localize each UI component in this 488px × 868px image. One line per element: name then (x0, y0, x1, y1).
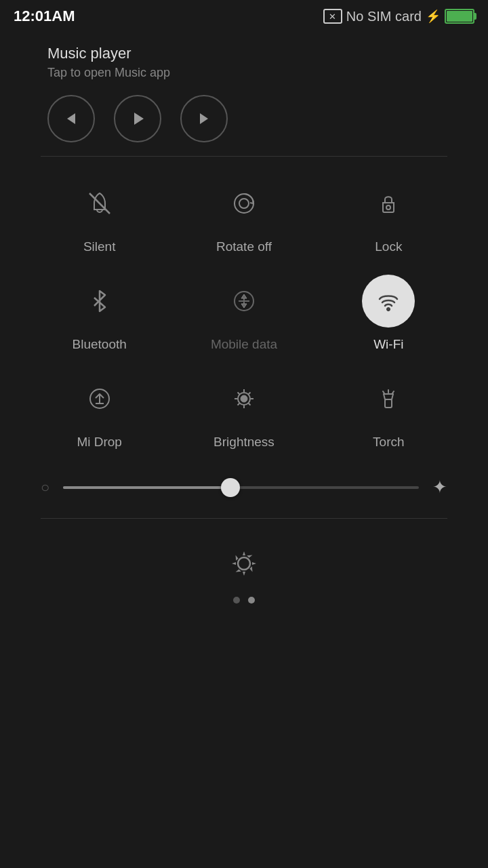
svg-line-29 (392, 391, 394, 393)
music-controls (47, 95, 441, 142)
settings-section[interactable] (0, 519, 488, 597)
svg-line-28 (383, 391, 384, 393)
svg-marker-1 (134, 113, 144, 125)
music-player-title: Music player (47, 45, 441, 62)
music-player-subtitle: Tap to open Music app (47, 66, 441, 80)
battery-icon (445, 9, 474, 24)
svg-rect-26 (385, 399, 392, 408)
mobile-data-label: Mobile data (211, 337, 277, 352)
svg-point-5 (239, 199, 249, 208)
svg-line-22 (237, 393, 239, 395)
brightness-slider-fill (63, 486, 230, 489)
qs-mobile-data[interactable]: Mobile data (171, 275, 316, 352)
wifi-icon-wrap (362, 275, 415, 328)
no-sim-text: No SIM card (346, 9, 422, 24)
svg-marker-0 (67, 113, 75, 124)
settings-button[interactable] (226, 546, 262, 583)
status-bar: 12:01AM No SIM card ⚡ (0, 0, 488, 33)
svg-point-17 (241, 395, 247, 402)
silent-icon-wrap (73, 177, 126, 230)
wifi-label: Wi-Fi (373, 337, 403, 352)
brightness-label: Brightness (214, 435, 274, 450)
brightness-min-icon: ○ (41, 479, 49, 496)
svg-point-12 (387, 308, 390, 311)
bluetooth-icon-wrap (73, 275, 126, 328)
brightness-slider-thumb[interactable] (221, 478, 240, 497)
svg-marker-10 (241, 294, 247, 298)
brightness-max-icon: ✦ (432, 477, 447, 498)
lock-icon-wrap (362, 177, 415, 230)
svg-marker-2 (200, 113, 208, 124)
battery-bolt-icon: ⚡ (426, 9, 441, 24)
music-play-button[interactable] (114, 95, 161, 142)
qs-torch[interactable]: Torch (317, 372, 461, 450)
rotate-off-label: Rotate off (216, 239, 272, 254)
music-prev-button[interactable] (47, 95, 95, 142)
svg-point-6 (386, 205, 390, 210)
music-player-section[interactable]: Music player Tap to open Music app (0, 33, 488, 156)
torch-icon-wrap (362, 372, 415, 425)
bluetooth-label: Bluetooth (73, 337, 127, 352)
page-dot-1 (233, 597, 240, 604)
brightness-slider-track[interactable] (63, 486, 419, 489)
qs-brightness[interactable]: Brightness (171, 372, 316, 450)
svg-line-25 (237, 403, 239, 406)
mobile-data-icon-wrap (218, 275, 270, 328)
mi-drop-icon-wrap (73, 372, 126, 425)
qs-bluetooth[interactable]: Bluetooth (27, 275, 171, 352)
rotate-off-icon-wrap (218, 177, 270, 230)
svg-line-24 (249, 393, 251, 395)
battery-level (447, 11, 472, 22)
svg-line-23 (249, 403, 251, 406)
brightness-icon-wrap (218, 372, 270, 425)
mi-drop-label: Mi Drop (77, 435, 122, 450)
status-right: No SIM card ⚡ (323, 9, 474, 24)
svg-marker-11 (241, 304, 247, 308)
qs-mi-drop[interactable]: Mi Drop (27, 372, 171, 450)
quick-settings-grid: Silent Rotate off Lock (0, 157, 488, 456)
qs-rotate-off[interactable]: Rotate off (171, 177, 316, 254)
status-time: 12:01AM (14, 7, 75, 25)
torch-label: Torch (373, 435, 404, 450)
lock-label: Lock (375, 239, 402, 254)
music-next-button[interactable] (180, 95, 228, 142)
brightness-slider-section[interactable]: ○ ✦ (0, 456, 488, 511)
qs-lock[interactable]: Lock (317, 177, 461, 254)
silent-label: Silent (83, 239, 116, 254)
qs-wifi[interactable]: Wi-Fi (317, 275, 461, 352)
page-dot-2 (248, 597, 255, 604)
qs-silent[interactable]: Silent (27, 177, 171, 254)
svg-point-30 (238, 557, 250, 570)
page-indicators (0, 597, 488, 617)
svg-line-3 (89, 193, 110, 214)
sim-cancel-icon (323, 9, 342, 24)
